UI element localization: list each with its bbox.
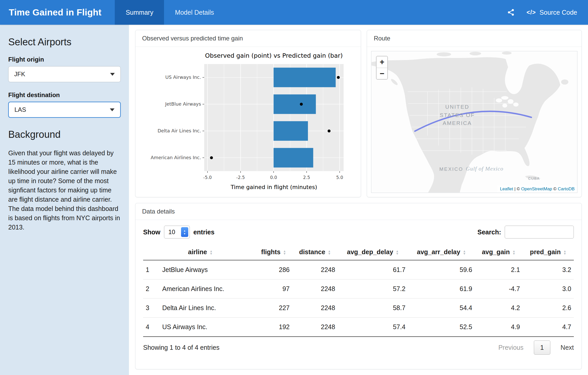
column-header-airline[interactable]: airline▲▼ [160, 245, 255, 260]
table-row[interactable]: 2American Airlines Inc.97224857.261.9-4.… [143, 279, 574, 299]
cell: 2248 [292, 318, 338, 337]
code-icon: </> [527, 9, 536, 16]
background-text: Given that your flight was delayed by 15… [8, 148, 121, 232]
sort-icon[interactable]: ▲▼ [283, 250, 286, 255]
cell: 2248 [292, 299, 338, 318]
source-code-label: Source Code [540, 9, 577, 16]
svg-text:2.5: 2.5 [303, 175, 310, 180]
entries-control: Show 10 ▴▾ entries [143, 226, 215, 238]
cell: 192 [255, 318, 292, 337]
tab-summary[interactable]: Summary [115, 0, 164, 25]
data-details-card: Data details Show 10 ▴▾ entries Sear [135, 203, 582, 369]
column-header-avg_arr_delay[interactable]: avg_arr_delay▲▼ [408, 245, 475, 260]
svg-text:0.0: 0.0 [270, 175, 277, 180]
navbar: Time Gained in Flight Summary Model Deta… [0, 0, 588, 25]
map-canvas [371, 51, 577, 193]
entries-value: 10 [168, 228, 175, 236]
cell: 2.1 [475, 260, 522, 279]
cell: 59.6 [408, 260, 475, 279]
cartodb-link[interactable]: CartoDB [558, 186, 575, 191]
sort-icon[interactable]: ▲▼ [328, 250, 331, 255]
top-row: Observed versus predicted time gain US A… [135, 30, 582, 197]
svg-text:5.0: 5.0 [336, 175, 343, 180]
app-root: Time Gained in Flight Summary Model Deta… [0, 0, 588, 375]
cell: -4.7 [475, 279, 522, 299]
map-attribution: Leaflet | © OpenStreetMap © CartoDB [497, 185, 577, 193]
column-header-rownum[interactable] [143, 245, 160, 260]
entries-label: entries [193, 228, 215, 236]
source-code-link[interactable]: </> Source Code [527, 9, 577, 16]
cell: 227 [255, 299, 292, 318]
cell: 286 [255, 260, 292, 279]
cell: 61.7 [338, 260, 408, 279]
sort-icon[interactable]: ▲▼ [396, 250, 399, 255]
chevron-down-icon [110, 73, 115, 76]
attribution-separator: | © [513, 186, 521, 191]
sort-icon[interactable]: ▲▼ [463, 250, 466, 255]
sort-icon[interactable]: ▲▼ [210, 250, 213, 255]
zoom-out-button[interactable]: − [377, 68, 387, 79]
openstreetmap-link[interactable]: OpenStreetMap [521, 186, 552, 191]
search-control: Search: [477, 226, 574, 238]
column-header-flights[interactable]: flights▲▼ [255, 245, 292, 260]
leaflet-link[interactable]: Leaflet [500, 186, 513, 191]
column-header-avg_dep_delay[interactable]: avg_dep_delay▲▼ [338, 245, 408, 260]
table-header-row: airline▲▼flights▲▼distance▲▼avg_dep_dela… [143, 245, 574, 260]
cell: 4.7 [522, 318, 574, 337]
tab-model-details[interactable]: Model Details [164, 0, 225, 25]
cell: JetBlue Airways [160, 260, 255, 279]
data-table: airline▲▼flights▲▼distance▲▼avg_dep_dela… [143, 245, 574, 337]
column-header-pred_gain[interactable]: pred_gain▲▼ [522, 245, 574, 260]
sort-icon[interactable]: ▲▼ [563, 250, 566, 255]
row-index: 1 [143, 260, 160, 279]
flight-destination-select[interactable]: LAS [8, 102, 121, 118]
cell: 4.2 [475, 299, 522, 318]
sort-icon[interactable]: ▲▼ [512, 250, 516, 255]
row-index: 3 [143, 299, 160, 318]
flight-origin-value: JFK [14, 71, 25, 78]
svg-text:Time gained in flight (minutes: Time gained in flight (minutes) [231, 184, 317, 190]
flight-origin-label: Flight origin [8, 56, 121, 63]
svg-text:-5.0: -5.0 [203, 175, 212, 180]
svg-text:US Airways Inc.: US Airways Inc. [165, 74, 201, 80]
cell: 52.5 [408, 318, 475, 337]
share-icon-svg [507, 8, 515, 16]
page-button-1[interactable]: 1 [534, 340, 550, 355]
table-row[interactable]: 1JetBlue Airways286224861.759.62.13.2 [143, 260, 574, 279]
table-info: Showing 1 to 4 of 4 entries [143, 344, 219, 351]
cell: 57.4 [338, 318, 408, 337]
leaflet-map[interactable]: UNITED STATES OF AMERICA MEXICO Gulf of … [371, 51, 577, 193]
svg-text:-2.5: -2.5 [236, 175, 245, 180]
cell: 2248 [292, 279, 338, 299]
column-header-avg_gain[interactable]: avg_gain▲▼ [475, 245, 522, 260]
table-row[interactable]: 3Delta Air Lines Inc.227224858.754.44.22… [143, 299, 574, 318]
previous-button[interactable]: Previous [498, 344, 523, 351]
cell: American Airlines Inc. [160, 279, 255, 299]
search-label: Search: [477, 228, 501, 236]
entries-select[interactable]: 10 ▴▾ [164, 226, 190, 238]
show-label: Show [143, 228, 160, 236]
search-input[interactable] [505, 226, 574, 238]
datatable-controls: Show 10 ▴▾ entries Search: [143, 226, 574, 238]
next-button[interactable]: Next [561, 344, 574, 351]
cell: 2248 [292, 260, 338, 279]
datatable-container: Show 10 ▴▾ entries Search: [135, 220, 582, 369]
main: Observed versus predicted time gain US A… [129, 25, 588, 375]
map-card-title: Route [367, 30, 582, 47]
table-card-title: Data details [135, 203, 582, 220]
table-row[interactable]: 4US Airways Inc.192224857.452.54.94.7 [143, 318, 574, 337]
app-title[interactable]: Time Gained in Flight [0, 0, 110, 25]
stepper-icon: ▴▾ [181, 227, 188, 237]
chart-card: Observed versus predicted time gain US A… [135, 30, 361, 197]
cell: Delta Air Lines Inc. [160, 299, 255, 318]
chevron-down-icon [110, 108, 115, 111]
navbar-tabs: Summary Model Details [115, 0, 225, 25]
column-header-distance[interactable]: distance▲▼ [292, 245, 338, 260]
chart-card-title: Observed versus predicted time gain [135, 30, 361, 47]
share-icon[interactable] [507, 8, 515, 16]
cell: 4.9 [475, 318, 522, 337]
svg-text:Observed gain (point) vs Predi: Observed gain (point) vs Predicted gain … [205, 52, 343, 59]
svg-text:Delta Air Lines Inc.: Delta Air Lines Inc. [158, 128, 201, 133]
zoom-in-button[interactable]: + [377, 56, 387, 68]
flight-origin-select[interactable]: JFK [8, 66, 121, 82]
